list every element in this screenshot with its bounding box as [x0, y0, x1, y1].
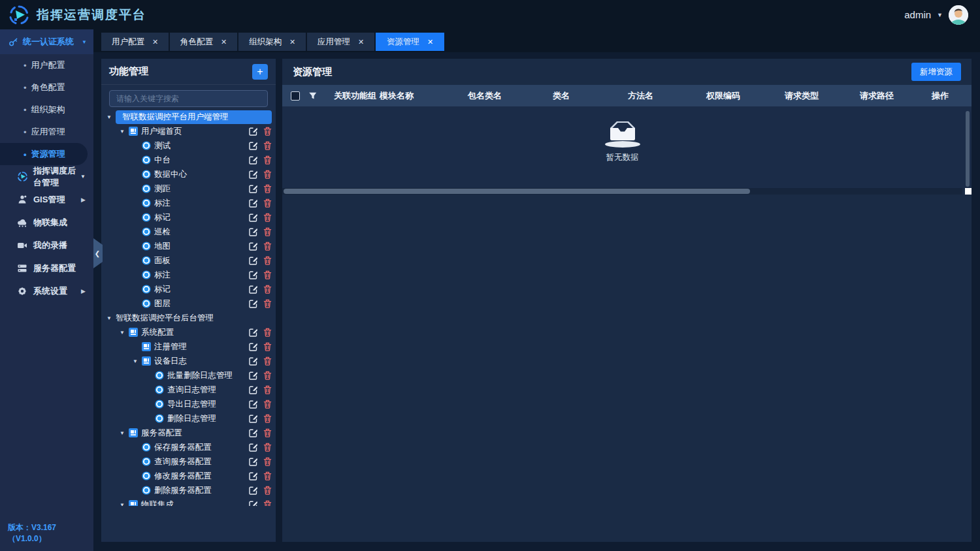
trash-icon[interactable]	[263, 299, 272, 308]
user-menu-caret-icon[interactable]: ▼	[937, 12, 943, 18]
trash-icon[interactable]	[263, 184, 272, 193]
username[interactable]: admin	[904, 9, 931, 20]
sidebar-menu-物联集成[interactable]: 物联集成	[0, 211, 93, 234]
add-function-button[interactable]: +	[252, 64, 268, 80]
sidebar-item-组织架构[interactable]: •组织架构	[0, 99, 93, 121]
tree-node-标记[interactable]: 标记	[101, 282, 276, 296]
edit-icon[interactable]	[249, 299, 258, 308]
trash-icon[interactable]	[263, 443, 272, 452]
sidebar-section-auth-system[interactable]: 统一认证系统 ▼	[0, 29, 93, 54]
tab-角色配置[interactable]: 角色配置✕	[170, 33, 238, 51]
trash-icon[interactable]	[263, 155, 272, 165]
horizontal-scrollbar[interactable]	[282, 188, 962, 195]
tree-expand-caret-icon[interactable]: ▼	[120, 430, 129, 436]
tree-node-查询服务器配置[interactable]: 查询服务器配置	[101, 454, 276, 469]
tab-close-icon[interactable]: ✕	[221, 38, 227, 46]
tree-node-查询日志管理[interactable]: 查询日志管理	[101, 383, 276, 397]
tree-expand-caret-icon[interactable]: ▼	[120, 502, 129, 507]
tree-expand-caret-icon[interactable]: ▼	[133, 358, 142, 364]
edit-icon[interactable]	[249, 371, 258, 380]
edit-icon[interactable]	[249, 270, 258, 279]
trash-icon[interactable]	[263, 371, 272, 380]
tab-close-icon[interactable]: ✕	[289, 38, 295, 46]
edit-icon[interactable]	[249, 457, 258, 466]
tab-close-icon[interactable]: ✕	[427, 38, 433, 46]
trash-icon[interactable]	[263, 457, 272, 466]
tree-node-图层[interactable]: 图层	[101, 296, 276, 311]
trash-icon[interactable]	[263, 213, 272, 222]
tree-node-设备日志[interactable]: ▼设备日志	[101, 354, 276, 368]
trash-icon[interactable]	[263, 242, 272, 251]
trash-icon[interactable]	[263, 414, 272, 423]
edit-icon[interactable]	[249, 213, 258, 222]
sidebar-item-角色配置[interactable]: •角色配置	[0, 76, 93, 99]
edit-icon[interactable]	[249, 342, 258, 351]
trash-icon[interactable]	[263, 285, 272, 294]
edit-icon[interactable]	[249, 471, 258, 480]
tree-node-修改服务器配置[interactable]: 修改服务器配置	[101, 469, 276, 483]
tab-用户配置[interactable]: 用户配置✕	[101, 33, 170, 51]
trash-icon[interactable]	[263, 198, 272, 208]
tree-node-测试[interactable]: 测试	[101, 138, 276, 153]
trash-icon[interactable]	[263, 270, 272, 279]
tree-node-批量删除日志管理[interactable]: 批量删除日志管理	[101, 368, 276, 383]
tree-node-用户端首页[interactable]: ▼用户端首页	[101, 124, 276, 138]
tab-资源管理[interactable]: 资源管理✕	[376, 33, 444, 51]
trash-icon[interactable]	[263, 170, 272, 179]
edit-icon[interactable]	[249, 328, 258, 337]
trash-icon[interactable]	[263, 486, 272, 495]
trash-icon[interactable]	[263, 328, 272, 337]
trash-icon[interactable]	[263, 141, 272, 150]
tree-expand-caret-icon[interactable]: ▼	[106, 114, 116, 120]
tree-search-input[interactable]	[109, 90, 268, 107]
edit-icon[interactable]	[249, 198, 258, 208]
edit-icon[interactable]	[249, 486, 258, 495]
tree-node-导出日志管理[interactable]: 导出日志管理	[101, 397, 276, 411]
trash-icon[interactable]	[263, 227, 272, 236]
tree-node-智联数据调控平台用户端管理[interactable]: ▼智联数据调控平台用户端管理	[101, 110, 276, 124]
edit-icon[interactable]	[249, 443, 258, 452]
edit-icon[interactable]	[249, 285, 258, 294]
trash-icon[interactable]	[263, 500, 272, 506]
edit-icon[interactable]	[249, 385, 258, 394]
tab-应用管理[interactable]: 应用管理✕	[307, 33, 376, 51]
edit-icon[interactable]	[249, 170, 258, 179]
edit-icon[interactable]	[249, 127, 258, 136]
sidebar-menu-GIS管理[interactable]: GIS管理▶	[0, 188, 93, 211]
tree-node-测距[interactable]: 测距	[101, 181, 276, 196]
sidebar-item-应用管理[interactable]: •应用管理	[0, 121, 93, 143]
trash-icon[interactable]	[263, 385, 272, 394]
sidebar-item-资源管理[interactable]: •资源管理	[0, 143, 88, 165]
edit-icon[interactable]	[249, 155, 258, 165]
sidebar-menu-服务器配置[interactable]: 服务器配置	[0, 257, 93, 279]
trash-icon[interactable]	[263, 342, 272, 351]
tree-node-标注[interactable]: 标注	[101, 268, 276, 282]
edit-icon[interactable]	[249, 227, 258, 236]
add-resource-button[interactable]: 新增资源	[911, 63, 961, 81]
tree-node-删除服务器配置[interactable]: 删除服务器配置	[101, 483, 276, 497]
tree-expand-caret-icon[interactable]: ▼	[120, 330, 129, 336]
tree-expand-caret-icon[interactable]: ▼	[120, 129, 129, 134]
tree-node-面板[interactable]: 面板	[101, 253, 276, 268]
vertical-scrollbar-thumb[interactable]	[966, 111, 970, 187]
edit-icon[interactable]	[249, 414, 258, 423]
trash-icon[interactable]	[263, 356, 272, 366]
tab-close-icon[interactable]: ✕	[358, 38, 364, 46]
tree-node-保存服务器配置[interactable]: 保存服务器配置	[101, 440, 276, 454]
horizontal-scrollbar-thumb[interactable]	[284, 189, 750, 194]
trash-icon[interactable]	[263, 400, 272, 409]
sidebar-menu-指挥调度后台管理[interactable]: 指挥调度后台管理▼	[0, 165, 93, 188]
avatar[interactable]	[949, 5, 968, 25]
trash-icon[interactable]	[263, 471, 272, 480]
edit-icon[interactable]	[249, 242, 258, 251]
tree-node-标记[interactable]: 标记	[101, 210, 276, 225]
sidebar-item-用户配置[interactable]: •用户配置	[0, 54, 93, 76]
sidebar-menu-我的录播[interactable]: 我的录播	[0, 234, 93, 257]
edit-icon[interactable]	[249, 256, 258, 265]
tab-close-icon[interactable]: ✕	[152, 38, 158, 46]
tree-node-注册管理[interactable]: 注册管理	[101, 339, 276, 354]
tree-node-智联数据调控平台后台管理[interactable]: ▼智联数据调控平台后台管理	[101, 311, 276, 325]
trash-icon[interactable]	[263, 127, 272, 136]
edit-icon[interactable]	[249, 428, 258, 437]
sidebar-menu-系统设置[interactable]: 系统设置▶	[0, 279, 93, 302]
